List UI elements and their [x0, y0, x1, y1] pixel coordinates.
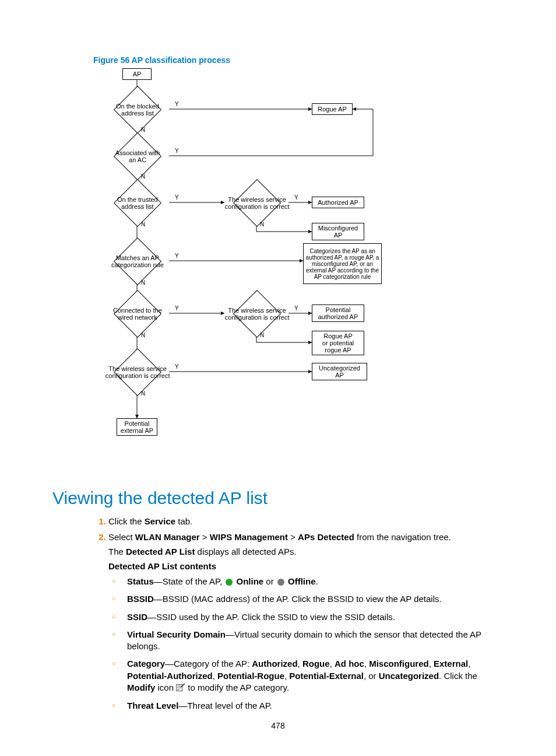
fc-rogue: Rogue AP	[312, 103, 353, 115]
fc-label-y5: Y	[175, 305, 179, 312]
fc-label-y5b: Y	[294, 305, 298, 312]
step-list: Click the Service tab. Select WLAN Manag…	[93, 516, 504, 712]
fc-label-n5: N	[141, 332, 145, 338]
content-vsd: Virtual Security Domain—Virtual security…	[125, 629, 504, 653]
fc-d4: Matches an AP categorization rule	[114, 237, 161, 285]
offline-status-icon	[277, 579, 284, 586]
content-status: Status—State of the AP, Online or Offlin…	[125, 576, 504, 587]
step-1: Click the Service tab.	[108, 516, 504, 526]
fc-label-y6: Y	[175, 363, 179, 370]
fc-label-n: N	[141, 127, 145, 133]
fc-label-n6: N	[141, 390, 145, 397]
content-category: Category—Category of the AP: Authorized,…	[125, 658, 504, 694]
figure-caption: Figure 56 AP classification process	[93, 55, 504, 65]
fc-uncategorized: Uncategorized AP	[312, 363, 367, 380]
fc-label-y: Y	[175, 101, 179, 107]
detected-list-contents-heading: Detected AP List contents	[108, 561, 504, 571]
fc-d3: On the trusted address list	[114, 179, 161, 227]
fc-potential-rogue: Rogue AP or potential rogue AP	[312, 331, 364, 355]
fc-d2: Associated with an AC	[114, 132, 161, 180]
fc-misconfigured: Misconfigured AP	[312, 223, 364, 240]
fc-label-y3b: Y	[294, 194, 298, 201]
fc-d5b: The wireless service configuration is co…	[233, 290, 281, 338]
fc-catrule: Categorizes the AP as an authorized AP, …	[303, 243, 382, 284]
fc-label-n5b: N	[260, 332, 264, 338]
content-ssid: SSID—SSID used by the AP. Click the SSID…	[125, 611, 504, 623]
fc-label-y4: Y	[175, 253, 179, 259]
flowchart-container: AP On the blocked address list Y N Rogue…	[93, 68, 385, 465]
fc-label-n2: N	[141, 173, 145, 180]
fc-d6: The wireless service configuration is co…	[114, 348, 161, 396]
contents-list: Status—State of the AP, Online or Offlin…	[108, 576, 504, 712]
fc-label-n4: N	[141, 279, 145, 286]
step-2: Select WLAN Manager > WIPS Management > …	[108, 532, 504, 712]
section-heading: Viewing the detected AP list	[52, 488, 504, 508]
fc-label-n3: N	[141, 221, 145, 228]
content-threat: Threat Level—Threat level of the AP.	[125, 700, 504, 712]
fc-potential-auth: Potential authorized AP	[312, 304, 364, 322]
content-bssid: BSSID—BSSID (MAC address) of the AP. Cli…	[125, 593, 504, 605]
fc-d3b: The wireless service configuration is co…	[233, 179, 281, 227]
fc-d5: Connected to the wired network	[114, 290, 161, 338]
page-number: 478	[0, 721, 556, 730]
fc-authorized: Authorized AP	[312, 197, 364, 208]
fc-potential-external: Potential external AP	[117, 418, 157, 436]
modify-icon	[176, 682, 185, 694]
fc-start: AP	[122, 68, 152, 80]
fc-label-n3b: N	[260, 221, 264, 228]
online-status-icon	[226, 579, 233, 586]
fc-label-y2: Y	[175, 148, 179, 154]
fc-label-y3: Y	[175, 194, 179, 201]
fc-d1: On the blocked address list	[114, 86, 161, 134]
